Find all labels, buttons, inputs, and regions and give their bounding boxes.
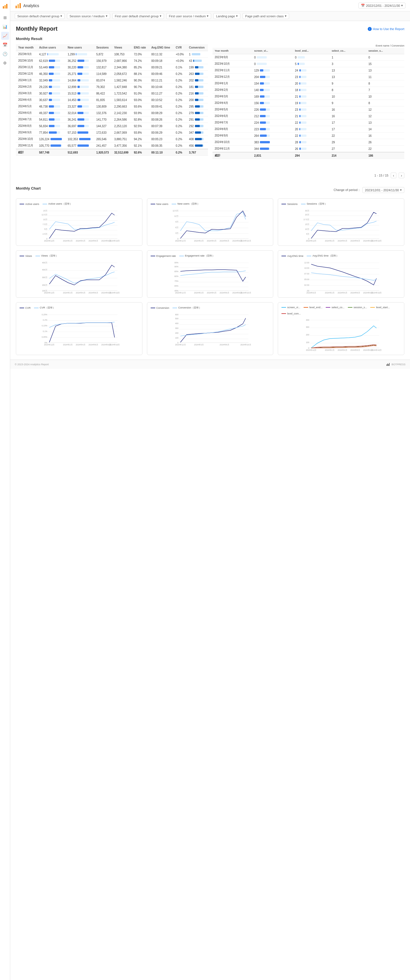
svg-text:12.5万: 12.5万 bbox=[173, 210, 178, 212]
svg-text:0.2%: 0.2% bbox=[43, 319, 48, 321]
legend-level-start: level_start... bbox=[370, 306, 390, 309]
svg-text:10万: 10万 bbox=[305, 228, 309, 230]
table-row: 2024年10月 126,224 102,353 265,546 3,880,7… bbox=[16, 136, 208, 143]
right-total-c2: 294 bbox=[293, 152, 329, 159]
cell-c4: 8 bbox=[366, 80, 404, 87]
cell-c2: 26 bbox=[293, 146, 329, 153]
cell-c2: 18 bbox=[293, 87, 329, 93]
date-range-picker[interactable]: 📅 2022/12/01 - 2024/11/30 ▾ bbox=[358, 3, 405, 8]
cell-cvr: 0.2% bbox=[173, 110, 187, 116]
svg-text:2024年2月: 2024年2月 bbox=[325, 292, 334, 294]
sidebar-calendar-icon[interactable]: 📅 bbox=[1, 41, 9, 49]
active-users-chart-area: 0 2.5万 5万 7.5万 10万 12.5万 15万 bbox=[19, 208, 139, 242]
svg-text:75%: 75% bbox=[174, 280, 178, 282]
help-link[interactable]: i How to Use the Report bbox=[368, 27, 404, 31]
table-row: 2024年6月 212 21 16 12 bbox=[213, 113, 405, 119]
cell-c2: 23 bbox=[293, 107, 329, 113]
cell-active-users: 53,449 bbox=[37, 64, 65, 71]
legend-line-conversion bbox=[151, 308, 155, 308]
legend-eng-prev-label: Engagement rate（旧年） bbox=[185, 254, 215, 258]
cell-c2: 20 bbox=[293, 126, 329, 132]
botpress-icon bbox=[386, 362, 391, 367]
pagination-prev-btn[interactable]: ‹ bbox=[391, 173, 396, 178]
table-row: 2024年11月 105,770 65,577 241,457 3,477,35… bbox=[16, 143, 208, 149]
charts-row-1: Active users Active users（旧年） bbox=[16, 198, 404, 246]
sidebar-home-icon[interactable]: ⊞ bbox=[1, 14, 9, 22]
event-conversion-chart: screen_vi... level_end... select_co... bbox=[278, 302, 404, 355]
cell-views: 2,687,866 bbox=[112, 57, 131, 64]
cell-conversion: 456 bbox=[187, 143, 208, 149]
table-row: 2024年1月 32,049 14,864 83,074 1,582,246 9… bbox=[16, 77, 208, 84]
cell-conversion: 292 bbox=[187, 123, 208, 129]
footer-right: BOTPRESS bbox=[386, 362, 405, 367]
legend-line-new-prev bbox=[172, 204, 176, 204]
sidebar-analytics-icon[interactable]: 📈 bbox=[1, 32, 9, 40]
table-row: 2024年9月 264 22 22 16 bbox=[213, 132, 405, 139]
cell-c3: 9 bbox=[329, 100, 366, 107]
svg-text:85%: 85% bbox=[174, 270, 178, 272]
sidebar-chart-icon[interactable]: 📊 bbox=[1, 23, 9, 31]
calendar-icon: 📅 bbox=[361, 4, 365, 7]
cell-c3: 3 bbox=[329, 61, 366, 67]
cell-views: 3,880,751 bbox=[112, 136, 131, 143]
cell-active-users: 29,226 bbox=[37, 84, 65, 90]
cell-c3: 16 bbox=[329, 107, 366, 113]
cell-new-users: 65,577 bbox=[65, 143, 94, 149]
cell-cvr: 0.2% bbox=[173, 90, 187, 97]
header-left: Analytics bbox=[15, 2, 39, 9]
legend-level-com-label: level_com... bbox=[287, 312, 301, 315]
total-sessions: 1,920,573 bbox=[94, 149, 112, 156]
cell-c4: 12 bbox=[366, 107, 404, 113]
legend-line-session-s bbox=[348, 307, 353, 308]
cell-cvr: +0.0% bbox=[173, 57, 187, 64]
main-content: Analytics 📅 2022/12/01 - 2024/11/30 ▾ Se… bbox=[10, 0, 410, 980]
legend-line-views-prev bbox=[35, 256, 40, 256]
footer: © 2023-2024 Analytics Report BOTPRESS bbox=[10, 360, 410, 369]
svg-text:200: 200 bbox=[306, 334, 309, 336]
pagination-next-btn[interactable]: › bbox=[399, 173, 404, 178]
cell-c3: 27 bbox=[329, 146, 366, 153]
cell-c4: 11 bbox=[366, 74, 404, 80]
cell-new-users: 36,697 bbox=[65, 123, 94, 129]
filter-session-channel[interactable]: Session default channel group ▾ bbox=[15, 13, 65, 19]
charts-row-2: Views Views（旧年） bbox=[16, 250, 404, 298]
svg-text:2024年2月: 2024年2月 bbox=[194, 292, 203, 294]
cell-c2: 22 bbox=[293, 132, 329, 139]
event-conversion-chart-area: 0 100 200 300 400 bbox=[281, 317, 400, 352]
sidebar-clock-icon[interactable]: 🕐 bbox=[1, 50, 9, 58]
svg-text:400: 400 bbox=[306, 319, 309, 321]
cell-avg-eng: 00:10:44 bbox=[149, 84, 173, 90]
avg-eng-legend: Avg.ENG time Avg.ENG time（旧年） bbox=[281, 254, 400, 258]
sidebar-settings-icon[interactable]: ⚙ bbox=[1, 59, 9, 67]
cell-active-users: 105,770 bbox=[37, 143, 65, 149]
filter-first-user-source[interactable]: First user source / medium ▾ bbox=[166, 13, 211, 19]
cell-c2: 0 bbox=[293, 54, 329, 61]
filter-page-path[interactable]: Page path and screen class ▾ bbox=[243, 13, 289, 19]
cell-month: 2024年8月 bbox=[16, 123, 37, 129]
svg-text:300万: 300万 bbox=[42, 277, 48, 278]
svg-text:0.05%: 0.05% bbox=[42, 336, 48, 338]
cell-right-month: 2024年3月 bbox=[213, 93, 252, 100]
svg-text:15万: 15万 bbox=[305, 223, 309, 225]
cell-new-users: 36,252 bbox=[65, 57, 94, 64]
legend-active-label: Active users bbox=[25, 203, 39, 205]
legend-line-screen bbox=[281, 307, 286, 308]
cell-c3: 17 bbox=[329, 126, 366, 132]
table-row: 2024年4月 30,637 14,453 81,835 1,583,614 9… bbox=[16, 97, 208, 103]
date-range-value: 2022/12/01 - 2024/11/30 bbox=[366, 4, 400, 7]
cell-right-month: 2023年9月 bbox=[213, 54, 252, 61]
cell-cvr: 0.2% bbox=[173, 129, 187, 136]
svg-text:0: 0 bbox=[308, 238, 309, 240]
chart-period-value-btn[interactable]: 2023/12/01 - 2024/11/30 ▾ bbox=[362, 187, 404, 193]
monthly-result-title: Monthly Result bbox=[16, 37, 404, 41]
filter-landing-page[interactable]: Landing page ▾ bbox=[213, 13, 240, 19]
svg-text:30万: 30万 bbox=[305, 210, 309, 212]
table-row: 2023年12月 204 23 13 11 bbox=[213, 74, 405, 80]
cell-c1: 0 bbox=[252, 54, 293, 61]
svg-text:400: 400 bbox=[175, 322, 178, 325]
filter-first-user-channel[interactable]: First user default channel group ▾ bbox=[112, 13, 164, 19]
cell-eng-rate: 93.8% bbox=[132, 129, 149, 136]
svg-text:300: 300 bbox=[306, 326, 309, 328]
filter-session-source[interactable]: Session source / medium ▾ bbox=[67, 13, 110, 19]
cell-active-users: 32,049 bbox=[37, 77, 65, 84]
